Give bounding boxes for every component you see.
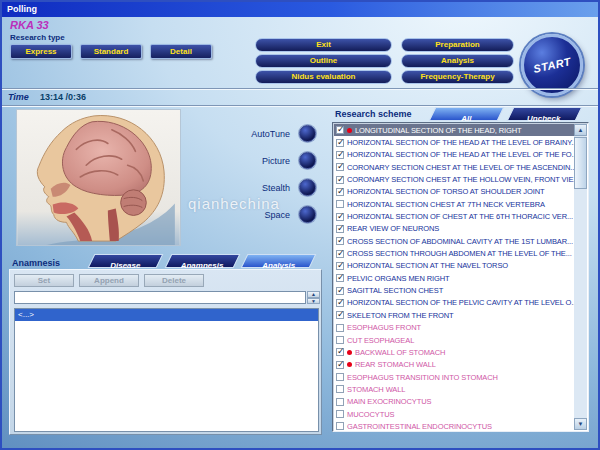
research-scheme-item[interactable]: SKELETON FROM THE FRONT bbox=[334, 309, 574, 321]
research-scheme-item[interactable]: REAR STOMACH WALL bbox=[334, 359, 574, 371]
research-scheme-item[interactable]: SAGITTAL SECTION CHEST bbox=[334, 284, 574, 296]
research-scheme-item[interactable]: HORIZONTAL SECTION AT THE NAVEL TORSO bbox=[334, 260, 574, 272]
scan-control-row: Picture bbox=[212, 147, 316, 174]
checkbox-icon[interactable] bbox=[336, 311, 344, 319]
checkbox-icon[interactable] bbox=[336, 422, 344, 430]
nav-button[interactable]: Exit bbox=[255, 38, 392, 52]
research-item-label: CORONARY SECTION CHEST AT THE HOLLOW VEI… bbox=[347, 175, 574, 184]
nav-button[interactable]: Analysis bbox=[401, 54, 514, 68]
checkbox-icon[interactable] bbox=[336, 348, 344, 356]
research-scheme-item[interactable]: HORIZONTAL SECTION OF CHEST AT THE 6TH T… bbox=[334, 210, 574, 222]
nav-button[interactable]: Nidus evaluation bbox=[255, 70, 392, 84]
checkbox-icon[interactable] bbox=[336, 299, 344, 307]
scan-control-button-icon[interactable] bbox=[299, 206, 316, 223]
marker-dot-icon bbox=[347, 128, 352, 133]
anamnesis-action-button[interactable]: Append bbox=[79, 274, 139, 287]
checkbox-icon[interactable] bbox=[336, 176, 344, 184]
research-scheme-item[interactable]: PELVIC ORGANS MEN RIGHT bbox=[334, 272, 574, 284]
checkbox-icon[interactable] bbox=[336, 410, 344, 418]
anamnesis-list-item[interactable]: <...> bbox=[15, 309, 318, 321]
research-scheme-item[interactable]: CROSS SECTION OF ABDOMINAL CAVITY AT THE… bbox=[334, 235, 574, 247]
research-scheme-item[interactable]: HORIZONTAL SECTION OF THE PELVIC CAVITY … bbox=[334, 297, 574, 309]
start-button[interactable]: START bbox=[521, 34, 583, 96]
button-label: Outline bbox=[310, 56, 338, 65]
checkbox-icon[interactable] bbox=[336, 262, 344, 270]
scroll-up-icon[interactable]: ▲ bbox=[574, 124, 587, 136]
research-scheme-item[interactable]: CORONARY SECTION CHEST AT THE LEVEL OF T… bbox=[334, 161, 574, 173]
scan-control-button-icon[interactable] bbox=[299, 152, 316, 169]
research-scheme-tab[interactable]: All bbox=[429, 107, 504, 121]
research-item-label: REAR STOMACH WALL bbox=[355, 360, 436, 369]
divider bbox=[2, 88, 598, 90]
anamnesis-tab[interactable]: Analysis bbox=[241, 254, 316, 268]
research-item-label: HORIZONTAL SECTION OF THE HEAD AT THE LE… bbox=[347, 138, 574, 147]
anamnesis-combo-field[interactable] bbox=[14, 291, 306, 304]
app-window: Polling RKA 33 Research type Express Sta… bbox=[0, 0, 600, 450]
research-scheme-item[interactable]: HORIZONTAL SECTION CHEST AT 7TH NECK VER… bbox=[334, 198, 574, 210]
research-scheme-tab[interactable]: Uncheck bbox=[507, 107, 582, 121]
checkbox-icon[interactable] bbox=[336, 151, 344, 159]
checkbox-icon[interactable] bbox=[336, 225, 344, 233]
button-label: Exit bbox=[316, 40, 331, 49]
checkbox-icon[interactable] bbox=[336, 336, 344, 344]
checkbox-icon[interactable] bbox=[336, 250, 344, 258]
scrollbar-thumb[interactable] bbox=[574, 137, 587, 189]
checkbox-icon[interactable] bbox=[336, 139, 344, 147]
research-scheme-item[interactable]: REAR VIEW OF NEURONS bbox=[334, 223, 574, 235]
anamnesis-tab[interactable]: Disease bbox=[88, 254, 163, 268]
anamnesis-tab[interactable]: Anamnesis bbox=[165, 254, 240, 268]
checkbox-icon[interactable] bbox=[336, 324, 344, 332]
research-type-button[interactable]: Express bbox=[10, 44, 72, 59]
scan-control-label: Stealth bbox=[212, 183, 290, 193]
research-scheme-item[interactable]: CORONARY SECTION CHEST AT THE HOLLOW VEI… bbox=[334, 173, 574, 185]
button-label: Analysis bbox=[441, 56, 474, 65]
checkbox-icon[interactable] bbox=[336, 373, 344, 381]
spinner-down-icon[interactable]: ▼ bbox=[307, 298, 320, 305]
scan-control-label: Picture bbox=[212, 156, 290, 166]
checkbox-icon[interactable] bbox=[336, 200, 344, 208]
checkbox-icon[interactable] bbox=[336, 361, 344, 369]
titlebar: Polling bbox=[2, 2, 598, 17]
research-item-label: GASTROINTESTINAL ENDOCRINOCYTUS bbox=[347, 422, 492, 430]
checkbox-icon[interactable] bbox=[336, 213, 344, 221]
research-type-button[interactable]: Standard bbox=[80, 44, 142, 59]
scrollbar[interactable]: ▲ ▼ bbox=[574, 124, 587, 430]
checkbox-icon[interactable] bbox=[336, 287, 344, 295]
research-type-button[interactable]: Detail bbox=[150, 44, 212, 59]
research-scheme-item[interactable]: HORIZONTAL SECTION OF THE HEAD AT THE LE… bbox=[334, 149, 574, 161]
research-scheme-item[interactable]: LONGITUDINAL SECTION OF THE HEAD, RIGHT bbox=[334, 124, 574, 136]
anamnesis-action-button[interactable]: Delete bbox=[144, 274, 204, 287]
checkbox-icon[interactable] bbox=[336, 188, 344, 196]
research-item-label: CROSS SECTION THROUGH ABDOMEN AT THE LEV… bbox=[347, 249, 572, 258]
checkbox-icon[interactable] bbox=[336, 274, 344, 282]
research-item-label: STOMACH WALL bbox=[347, 385, 405, 394]
nav-button[interactable]: Preparation bbox=[401, 38, 514, 52]
research-scheme-item[interactable]: HORIZONTAL SECTION OF TORSO AT SHOULDER … bbox=[334, 186, 574, 198]
checkbox-icon[interactable] bbox=[336, 237, 344, 245]
research-item-label: MAIN EXOCRINOCYTUS bbox=[347, 397, 431, 406]
research-scheme-item[interactable]: STOMACH WALL bbox=[334, 383, 574, 395]
nav-button[interactable]: Outline bbox=[255, 54, 392, 68]
research-scheme-item[interactable]: MAIN EXOCRINOCYTUS bbox=[334, 396, 574, 408]
research-scheme-item[interactable]: GASTROINTESTINAL ENDOCRINOCYTUS bbox=[334, 420, 574, 430]
research-scheme-item[interactable]: ESOPHAGUS TRANSITION INTO STOMACH bbox=[334, 371, 574, 383]
research-scheme-item[interactable]: HORIZONTAL SECTION OF THE HEAD AT THE LE… bbox=[334, 136, 574, 148]
research-scheme-item[interactable]: CUT ESOPHAGEAL bbox=[334, 334, 574, 346]
scan-control-button-icon[interactable] bbox=[299, 125, 316, 142]
research-scheme-item[interactable]: CROSS SECTION THROUGH ABDOMEN AT THE LEV… bbox=[334, 247, 574, 259]
research-scheme-item[interactable]: ESOPHAGUS FRONT bbox=[334, 322, 574, 334]
checkbox-icon[interactable] bbox=[336, 163, 344, 171]
head-anatomy-image bbox=[16, 109, 181, 246]
button-label: Standard bbox=[94, 47, 129, 56]
scroll-down-icon[interactable]: ▼ bbox=[574, 418, 587, 430]
checkbox-icon[interactable] bbox=[336, 398, 344, 406]
checkbox-icon[interactable] bbox=[336, 385, 344, 393]
research-item-label: CUT ESOPHAGEAL bbox=[347, 336, 414, 345]
research-scheme-item[interactable]: BACKWALL OF STOMACH bbox=[334, 346, 574, 358]
checkbox-icon[interactable] bbox=[336, 126, 344, 134]
scan-control-button-icon[interactable] bbox=[299, 179, 316, 196]
nav-button[interactable]: Frequency-Therapy bbox=[401, 70, 514, 84]
anamnesis-action-button[interactable]: Set bbox=[14, 274, 74, 287]
research-scheme-item[interactable]: MUCOCYTUS bbox=[334, 408, 574, 420]
anamnesis-list: <...> bbox=[14, 308, 319, 432]
